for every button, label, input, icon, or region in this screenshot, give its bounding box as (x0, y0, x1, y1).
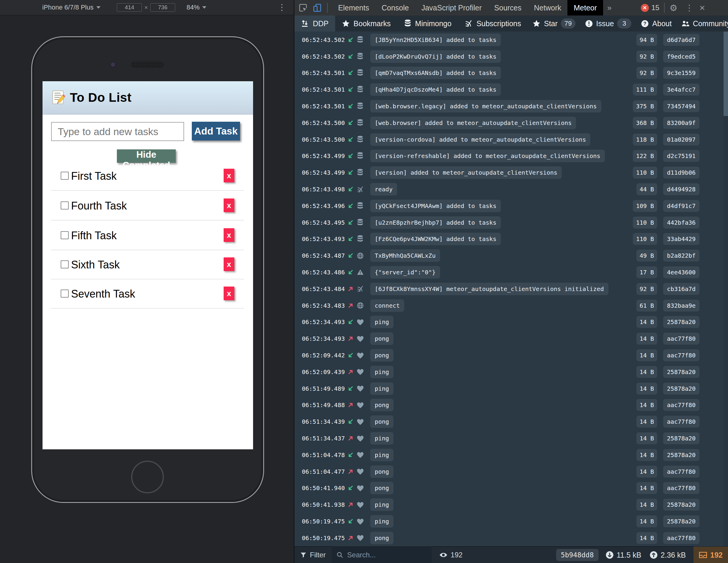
devtools-menu-icon[interactable]: ⋮ (685, 3, 694, 13)
meteor-link-label: About (652, 19, 671, 28)
settings-gear-icon[interactable]: ⚙ (669, 3, 677, 13)
scrollbar-thumb[interactable] (724, 32, 728, 116)
message-timestamp: 06:52:09.439 (302, 369, 347, 376)
ddp-message-row[interactable]: 06:51:04.477pong14 Baac77f80 (294, 463, 728, 480)
viewport-width-input[interactable] (117, 3, 142, 12)
ddp-message-row[interactable]: 06:51:34.437ping14 B25878a20 (294, 430, 728, 447)
meteor-link-star[interactable]: Star79 (528, 15, 580, 32)
close-devtools-icon[interactable]: × (699, 2, 705, 13)
meteor-link-issue[interactable]: Issue3 (580, 15, 636, 32)
task-checkbox[interactable] (61, 290, 69, 298)
meteor-tab-ddp[interactable]: DDP (294, 15, 335, 32)
incoming-arrow-icon (347, 219, 357, 226)
console-error-badge[interactable]: ✕ 15 (641, 4, 660, 12)
star-icon (532, 19, 541, 28)
search-input[interactable]: Search... (332, 547, 432, 563)
devtools-tab-javascript-profiler[interactable]: JavaScript Profiler (415, 0, 488, 15)
outgoing-arrow-icon (347, 402, 357, 409)
message-size-badge: 14 B (636, 449, 657, 461)
ddp-message-row[interactable]: 06:51:49.489ping14 B25878a20 (294, 380, 728, 397)
filter-button[interactable]: Filter (294, 547, 332, 563)
devtools-tab-sources[interactable]: Sources (488, 0, 528, 15)
message-hash-badge: f9edced5 (663, 51, 699, 62)
ddp-message-row[interactable]: 06:50:19.475ping14 B25878a20 (294, 513, 728, 530)
meteor-link-label: Star (544, 19, 558, 28)
message-timestamp: 06:51:34.439 (302, 418, 347, 425)
ddp-message-row[interactable]: 06:51:34.439pong14 Baac77f80 (294, 413, 728, 430)
ddp-message-row[interactable]: 06:52:09.442pong14 Baac77f80 (294, 347, 728, 364)
inspect-element-icon[interactable] (298, 3, 308, 13)
task-checkbox[interactable] (61, 201, 69, 209)
ddp-message-row[interactable]: 06:52:43.500[web.browser] added to meteo… (294, 114, 728, 131)
devtools-tab-console[interactable]: Console (375, 0, 415, 15)
task-checkbox[interactable] (61, 260, 69, 268)
ddp-message-row[interactable]: 06:52:43.500[version-cordova] added to m… (294, 131, 728, 148)
task-checkbox[interactable] (61, 231, 69, 239)
incoming-arrow-icon (347, 36, 357, 43)
ddp-message-row[interactable]: 06:51:49.488pong14 Baac77f80 (294, 397, 728, 414)
device-toolbar-menu-icon[interactable]: ⋮ (278, 4, 286, 10)
device-toolbar-toggle-icon[interactable] (312, 3, 322, 13)
delete-task-button[interactable]: x (224, 228, 234, 242)
ddp-message-row[interactable]: 06:52:34.493ping14 B25878a20 (294, 314, 728, 331)
scrollbar-track[interactable] (724, 32, 728, 546)
queued-messages-badge[interactable]: 192 (694, 547, 728, 563)
ddp-message-row[interactable]: 06:52:43.501[qHha4D7jqcDszoMe4] added to… (294, 81, 728, 98)
message-content: ready (370, 183, 397, 195)
ddp-message-row[interactable]: 06:51:04.478ping14 B25878a20 (294, 447, 728, 463)
task-label: First Task (71, 170, 117, 182)
ddp-message-row[interactable]: 06:52:43.502[dLooP2KwDruQvQ7ij] added to… (294, 48, 728, 65)
ddp-message-row[interactable]: 06:52:43.501[qmD7vaqTMxs6ANsdb] added to… (294, 65, 728, 81)
message-content: [dLooP2KwDruQvQ7ij] added to tasks (370, 50, 501, 63)
devtools-tab-network[interactable]: Network (528, 0, 568, 15)
ddp-message-row[interactable]: 06:50:41.940pong14 Baac77f80 (294, 480, 728, 497)
app-title: To Do List (70, 90, 131, 105)
message-hash-badge: d4df91c7 (663, 200, 699, 212)
bookmarks-star-icon (342, 19, 350, 28)
viewport-height-input[interactable] (150, 3, 175, 12)
phone-home-button (131, 461, 164, 493)
more-tabs-icon[interactable]: » (603, 3, 616, 12)
ddp-message-row[interactable]: 06:52:43.501[web.browser.legacy] added t… (294, 98, 728, 114)
add-task-button[interactable]: Add Task (192, 122, 240, 140)
meteor-link-community[interactable]: Community (677, 15, 728, 32)
tab-label: Sources (494, 4, 522, 12)
ddp-message-row[interactable]: 06:52:43.495[u2znE8pzhrBejhbp7] added to… (294, 214, 728, 231)
ddp-message-row[interactable]: 06:52:43.496[yQCkFsect4JPMAAwm] added to… (294, 197, 728, 214)
meteor-link-about[interactable]: ?About (636, 15, 676, 32)
app-header: To Do List (43, 81, 253, 114)
ddp-message-row[interactable]: 06:52:43.486{"server_id":"0"}17 B4ee4360… (294, 264, 728, 280)
meteor-tab-bookmarks[interactable]: Bookmarks (335, 15, 397, 32)
ddp-message-row[interactable]: 06:52:43.493[Fz6CQe6pv4JWW2KMw] added to… (294, 231, 728, 247)
devtools-tab-elements[interactable]: Elements (332, 0, 375, 15)
message-hash-badge: aac77f80 (663, 416, 699, 428)
meteor-tab-minimongo[interactable]: Minimongo (397, 15, 458, 32)
delete-task-button[interactable]: x (224, 198, 234, 212)
ddp-message-row[interactable]: 06:52:43.499[version-refreshable] added … (294, 148, 728, 164)
ddp-message-row[interactable]: 06:52:43.502[JB5yYnn2HD5XiB634] added to… (294, 32, 728, 48)
ddp-message-row[interactable]: 06:50:19.475pong14 Baac77f80 (294, 530, 728, 546)
ddp-message-row[interactable]: 06:52:43.483connect61 B832baa9e (294, 297, 728, 314)
ddp-message-row[interactable]: 06:52:43.499[version] added to meteor_au… (294, 164, 728, 181)
ddp-message-row[interactable]: 06:52:43.484[6Jf8CXk8YmnssXY4W] meteor_a… (294, 280, 728, 297)
ddp-message-row[interactable]: 06:52:43.498ready44 Bd4494928 (294, 181, 728, 197)
database-icon (357, 36, 365, 44)
zoom-select[interactable]: 84% (186, 4, 206, 11)
devtools-tab-meteor[interactable]: Meteor (567, 0, 603, 15)
delete-task-button[interactable]: x (224, 257, 234, 271)
ddp-message-row[interactable]: 06:52:09.439ping14 B25878a20 (294, 364, 728, 380)
message-content: [version] added to meteor_autoupdate_cli… (370, 166, 562, 179)
ddp-message-row[interactable]: 06:50:41.938ping14 B25878a20 (294, 496, 728, 513)
message-hash-badge: 9c3e1559 (663, 67, 699, 79)
visible-messages-toggle[interactable]: 192 (439, 551, 462, 559)
ddp-message-row[interactable]: 06:52:34.493pong14 Baac77f80 (294, 330, 728, 347)
meteor-tab-subscriptions[interactable]: Subscriptions (458, 15, 528, 32)
globe-icon (357, 302, 365, 309)
device-type-select[interactable]: iPhone 6/7/8 Plus (42, 4, 101, 11)
task-checkbox[interactable] (61, 172, 69, 180)
delete-task-button[interactable]: x (224, 169, 234, 182)
new-task-input[interactable] (51, 122, 184, 141)
message-size-badge: 110 B (633, 167, 657, 178)
ddp-message-row[interactable]: 06:52:43.487TxByMhhQa5CAWLxZu49 Bb2a822b… (294, 247, 728, 264)
delete-task-button[interactable]: x (224, 287, 234, 300)
